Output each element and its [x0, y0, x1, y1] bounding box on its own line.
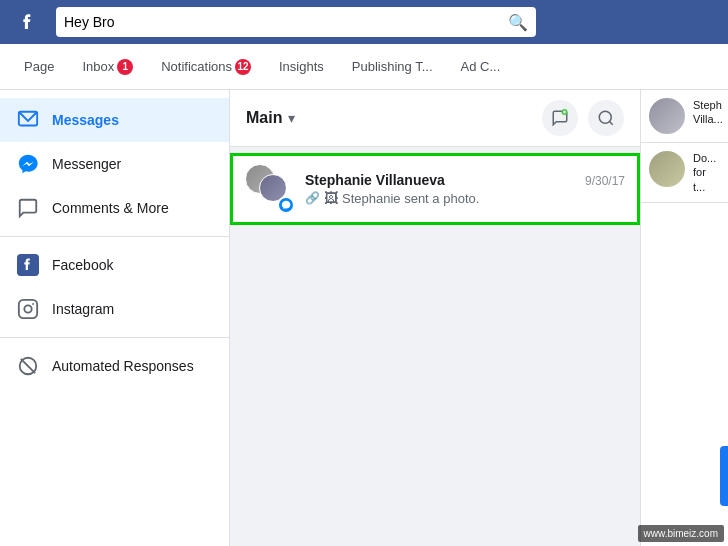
sidebar-item-comments[interactable]: Comments & More: [0, 186, 229, 230]
inbox-badge: 1: [117, 59, 133, 75]
sidebar-item-automated[interactable]: Automated Responses: [0, 344, 229, 388]
search-bar[interactable]: 🔍: [56, 7, 536, 37]
sidebar-item-messenger[interactable]: Messenger: [0, 142, 229, 186]
watermark: www.bimeiz.com: [638, 525, 724, 542]
notifications-badge: 12: [235, 59, 251, 75]
facebook-page-icon: [16, 253, 40, 277]
sidebar-label-facebook: Facebook: [52, 257, 113, 273]
messages-title: Main: [246, 109, 282, 127]
messages-panel: Main ▾: [230, 90, 640, 546]
dropdown-icon[interactable]: ▾: [288, 110, 295, 126]
main-content: Messages Messenger Comments & More: [0, 90, 728, 546]
messages-header: Main ▾: [230, 90, 640, 147]
message-list: Stephanie Villanueva 9/30/17 🔗 🖼 Stephan…: [230, 147, 640, 546]
search-messages-icon[interactable]: [588, 100, 624, 136]
tab-ad-center[interactable]: Ad C...: [447, 44, 515, 90]
top-bar: 🔍: [0, 0, 728, 44]
svg-point-11: [599, 111, 611, 123]
svg-rect-3: [19, 300, 37, 318]
svg-line-7: [21, 359, 35, 373]
sidebar-item-messages[interactable]: Messages: [0, 98, 229, 142]
svg-line-12: [609, 121, 612, 124]
message-top: Stephanie Villanueva 9/30/17: [305, 172, 625, 188]
sidebar-item-instagram[interactable]: Instagram: [0, 287, 229, 331]
avatar: [245, 164, 295, 214]
message-preview: 🔗 🖼 Stephanie sent a photo.: [305, 190, 625, 206]
automated-responses-icon: [16, 354, 40, 378]
tab-inbox[interactable]: Inbox 1: [68, 44, 147, 90]
messages-icon: [16, 108, 40, 132]
scroll-area: [641, 203, 728, 546]
tab-publishing[interactable]: Publishing T...: [338, 44, 447, 90]
message-preview-text: Stephanie sent a photo.: [342, 191, 479, 206]
tab-notifications[interactable]: Notifications 12: [147, 44, 265, 90]
message-item[interactable]: Stephanie Villanueva 9/30/17 🔗 🖼 Stephan…: [230, 153, 640, 225]
svg-point-5: [32, 303, 34, 305]
right-avatar-2: [649, 151, 685, 187]
right-panel-item-1[interactable]: Steph Villa...: [641, 90, 728, 143]
svg-point-4: [24, 305, 31, 312]
tab-insights[interactable]: Insights: [265, 44, 338, 90]
right-avatar-1: [649, 98, 685, 134]
message-content: Stephanie Villanueva 9/30/17 🔗 🖼 Stephan…: [305, 172, 625, 206]
sidebar: Messages Messenger Comments & More: [0, 90, 230, 546]
right-name-2: Do... for t...: [693, 151, 720, 194]
sidebar-label-comments: Comments & More: [52, 200, 169, 216]
search-icon: 🔍: [508, 13, 528, 32]
new-message-icon[interactable]: [542, 100, 578, 136]
sidebar-label-messenger: Messenger: [52, 156, 121, 172]
facebook-logo: [10, 4, 46, 40]
message-time: 9/30/17: [585, 174, 625, 188]
sidebar-label-messages: Messages: [52, 112, 119, 128]
nav-tabs: Page Inbox 1 Notifications 12 Insights P…: [0, 44, 728, 90]
right-name-1: Steph Villa...: [693, 98, 723, 127]
scrollbar-thumb[interactable]: [720, 446, 728, 506]
search-input[interactable]: [64, 14, 502, 30]
right-panel: Steph Villa... Do... for t...: [640, 90, 728, 546]
sidebar-label-instagram: Instagram: [52, 301, 114, 317]
messenger-icon: [16, 152, 40, 176]
messages-header-icons: [542, 100, 624, 136]
instagram-icon: [16, 297, 40, 321]
messenger-badge: [277, 196, 295, 214]
tab-page[interactable]: Page: [10, 44, 68, 90]
message-sender-name: Stephanie Villanueva: [305, 172, 445, 188]
link-icon: 🔗: [305, 191, 320, 205]
sidebar-item-facebook[interactable]: Facebook: [0, 243, 229, 287]
sidebar-divider-1: [0, 236, 229, 237]
right-panel-item-2[interactable]: Do... for t...: [641, 143, 728, 203]
avatar-container: [245, 164, 295, 214]
messages-header-left: Main ▾: [246, 109, 295, 127]
photo-icon: 🖼: [324, 190, 338, 206]
sidebar-label-automated: Automated Responses: [52, 358, 194, 374]
comments-icon: [16, 196, 40, 220]
sidebar-divider-2: [0, 337, 229, 338]
